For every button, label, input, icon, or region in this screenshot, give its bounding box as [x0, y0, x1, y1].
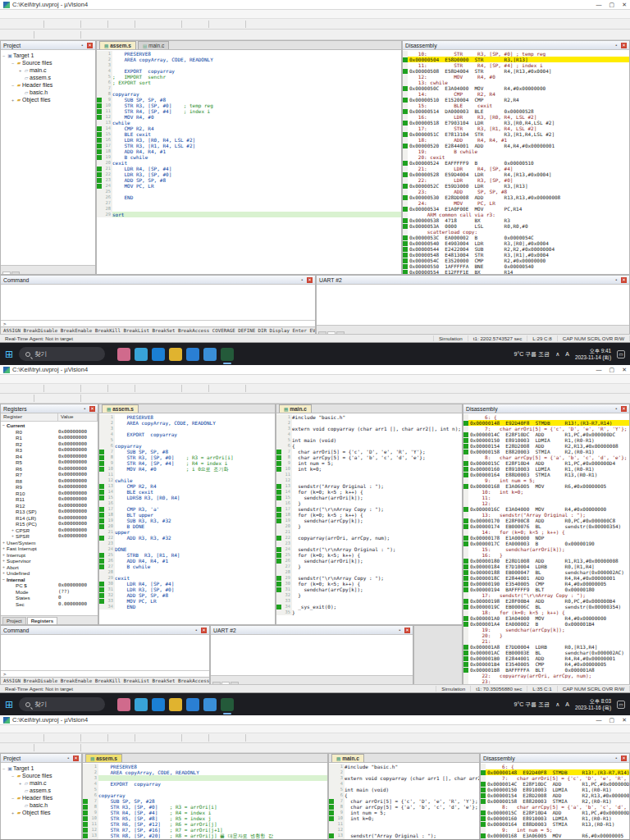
step-out-icon[interactable]: [59, 394, 69, 404]
comment-icon[interactable]: [170, 19, 180, 29]
breakpoint-kill-icon[interactable]: [234, 19, 244, 29]
Supervisor[interactable]: +Supervisor: [1, 558, 98, 564]
pin-icon[interactable]: ▪: [82, 406, 88, 412]
R6[interactable]: R60x00000000: [1, 466, 98, 472]
disassembly-window-icon[interactable]: [96, 394, 106, 404]
editor-tab[interactable]: ▤main.c: [138, 41, 169, 49]
tree-item[interactable]: +▱main.c: [1, 66, 95, 74]
expander-icon[interactable]: [10, 595, 16, 601]
outdent-icon[interactable]: [160, 19, 170, 29]
Fast Interrupt[interactable]: +Fast Interrupt: [1, 546, 98, 552]
panel-tab-project[interactable]: Project: [2, 617, 26, 624]
disassembly-window-icon[interactable]: [96, 743, 106, 753]
Undefined[interactable]: +Undefined: [1, 570, 98, 577]
close-button[interactable]: ✕: [622, 717, 627, 724]
tree-item[interactable]: −▰Source files: [1, 59, 95, 66]
expander-icon[interactable]: +: [10, 98, 16, 103]
tree-item[interactable]: ▱basic.h: [1, 801, 81, 809]
command-output[interactable]: [1, 635, 209, 670]
close-icon[interactable]: ✕: [621, 406, 627, 412]
expander-icon[interactable]: −: [1, 766, 7, 771]
step-over-icon[interactable]: [49, 394, 59, 404]
tray-overflow-icon[interactable]: ∧: [555, 351, 559, 358]
disassembly-view[interactable]: 10: STR R3, [SP, #0] ; temp reg0x0000050…: [403, 50, 629, 274]
expander-icon[interactable]: +: [1, 564, 7, 571]
nav-back-icon[interactable]: [113, 384, 123, 394]
expander-icon[interactable]: +: [10, 810, 16, 815]
bookmark-icon[interactable]: [140, 19, 150, 29]
maximize-button[interactable]: ▢: [609, 367, 615, 373]
target-options-icon[interactable]: [251, 384, 261, 394]
title-bar[interactable]: C:\Keil\tryi.uvproj - µVision4 — ▢ ✕: [0, 715, 630, 725]
PC $[interactable]: PC $0x00000000: [1, 582, 98, 589]
nav-back-icon[interactable]: [113, 19, 123, 29]
find-icon[interactable]: [187, 733, 197, 743]
redo-icon[interactable]: [96, 19, 106, 29]
expander-icon[interactable]: [10, 484, 16, 491]
expander-icon[interactable]: [10, 472, 16, 478]
find-in-files-icon[interactable]: [197, 19, 207, 29]
app-uvision-icon[interactable]: [221, 348, 234, 361]
tree-item[interactable]: −▰Source files: [1, 772, 81, 779]
command-window-icon[interactable]: [86, 394, 96, 404]
step-into-icon[interactable]: [39, 743, 49, 753]
nav-forward-icon[interactable]: [123, 19, 133, 29]
uart-output[interactable]: [317, 285, 629, 325]
app-3dviewer-icon[interactable]: [135, 698, 148, 711]
pin-icon[interactable]: ▪: [299, 277, 305, 283]
expander-icon[interactable]: [10, 509, 16, 515]
stop-icon[interactable]: [22, 394, 32, 404]
expander-icon[interactable]: [10, 435, 16, 441]
User/System[interactable]: +User/System: [1, 540, 98, 546]
weather-widget[interactable]: 9°C 구름 조금: [514, 350, 550, 358]
find-icon[interactable]: [187, 19, 197, 29]
project-tree[interactable]: −▣Target 1−▰Source files+▱main.c▱assem.s…: [1, 763, 81, 839]
R5[interactable]: R50x00000000: [1, 459, 98, 466]
step-over-icon[interactable]: [49, 30, 59, 39]
expander-icon[interactable]: [10, 515, 16, 522]
paste-icon[interactable]: [69, 733, 79, 743]
R12[interactable]: R120x00000000: [1, 503, 98, 509]
tree-item[interactable]: +▰Object files: [1, 809, 81, 816]
app-paint-icon[interactable]: [117, 348, 130, 361]
symbol-window-icon[interactable]: [106, 30, 116, 39]
bookmark-icon[interactable]: [140, 733, 150, 743]
close-icon[interactable]: ✕: [307, 277, 313, 283]
start-button[interactable]: ⊞: [5, 349, 13, 360]
expander-icon[interactable]: −: [10, 61, 16, 66]
disassembly-view[interactable]: 6: {0x00000148 E92D40F8 STMDB R13!,(R3-R…: [481, 763, 629, 839]
outdent-icon[interactable]: [160, 384, 170, 394]
minimize-button[interactable]: —: [596, 717, 602, 724]
run-to-line-icon[interactable]: [69, 30, 79, 39]
R7[interactable]: R70x00000000: [1, 472, 98, 478]
breakpoint-icon[interactable]: [214, 19, 224, 29]
breakpoint-disable-icon[interactable]: [224, 733, 234, 743]
expander-icon[interactable]: [10, 496, 16, 503]
indent-icon[interactable]: [150, 19, 160, 29]
configure-icon[interactable]: [261, 733, 271, 743]
expander-icon[interactable]: [10, 491, 16, 497]
command-window-icon[interactable]: [86, 743, 96, 753]
step-into-icon[interactable]: [39, 30, 49, 39]
breakpoint-kill-icon[interactable]: [234, 384, 244, 394]
tree-item[interactable]: ▱assem.s: [1, 74, 95, 81]
pin-icon[interactable]: ▪: [397, 628, 403, 633]
pin-icon[interactable]: ▪: [194, 628, 199, 633]
close-icon[interactable]: ✕: [201, 628, 207, 633]
expander-icon[interactable]: [10, 466, 16, 472]
undo-icon[interactable]: [86, 19, 96, 29]
close-button[interactable]: ✕: [622, 367, 627, 373]
expander-icon[interactable]: −: [1, 577, 7, 583]
tree-item[interactable]: −▣Target 1: [1, 765, 81, 772]
expander-icon[interactable]: +: [1, 570, 7, 577]
expander-icon[interactable]: +: [1, 546, 7, 552]
save-all-icon[interactable]: [32, 19, 42, 29]
target-options-icon[interactable]: [251, 733, 261, 743]
c-editor[interactable]: 1#include "basic.h"23extern void copyarr…: [329, 763, 479, 839]
editor-tab[interactable]: ▤main.c: [279, 404, 312, 413]
minimize-button[interactable]: —: [596, 367, 602, 373]
reset-icon[interactable]: [2, 30, 12, 39]
cut-icon[interactable]: [49, 384, 59, 394]
paste-icon[interactable]: [69, 19, 79, 29]
expander-icon[interactable]: +: [1, 552, 7, 559]
